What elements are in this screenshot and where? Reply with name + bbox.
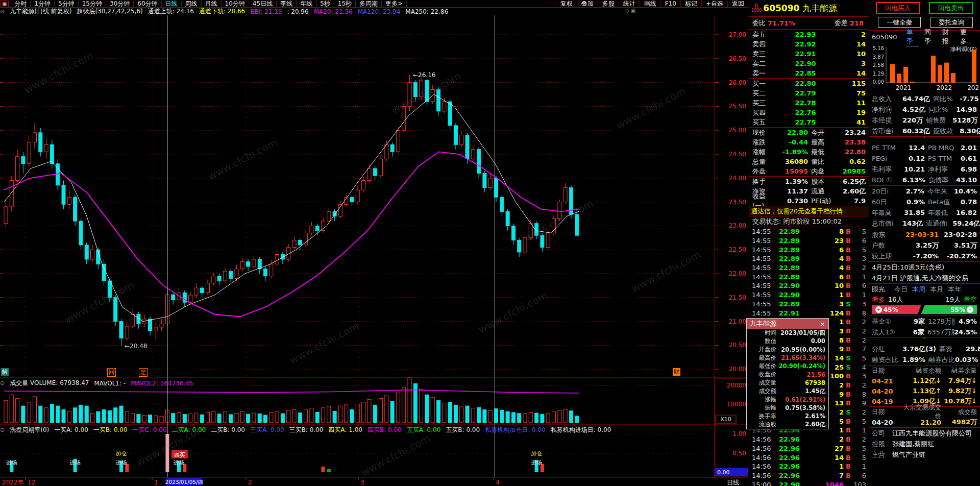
period-menu-item[interactable]: 60分钟 xyxy=(134,1,161,7)
period-menu-item[interactable]: 多周期 xyxy=(356,1,382,7)
tick-row[interactable]: 14:5522.91124B8 xyxy=(749,308,869,318)
toolbar-button[interactable]: 返回 xyxy=(727,1,748,7)
period-menu-item[interactable]: 30分钟 xyxy=(106,1,134,7)
indicator-value: 二买A: 0.00 xyxy=(172,426,206,434)
popup-row: 数值0.00 xyxy=(747,337,828,345)
toolbar-button[interactable]: 统计 xyxy=(619,1,640,7)
bid-row[interactable]: 买三22.7811 xyxy=(749,98,869,108)
bid-row[interactable]: 买一22.80115 xyxy=(749,79,869,88)
sentiment-bar[interactable]: +45% 55%- xyxy=(872,305,977,314)
collapse-icon[interactable]: ⊙ xyxy=(0,427,5,433)
bid-levels[interactable]: 买一22.80115买二22.7975买三22.7811买四22.7619买五2… xyxy=(749,78,869,127)
eye-tab[interactable]: 本年 xyxy=(948,285,961,294)
eye-tab[interactable]: 今日 xyxy=(894,285,908,294)
tick-row[interactable]: 14:5622.9614B5 xyxy=(749,453,869,462)
toolbar-button[interactable]: 多股 xyxy=(598,1,619,7)
flash-buy-button[interactable]: 闪电买入 xyxy=(876,2,920,14)
period-menu-item[interactable]: 45日线 xyxy=(249,1,277,7)
ask-levels[interactable]: 卖五22.932卖四22.9214卖三22.9110卖二22.903卖一22.8… xyxy=(749,30,869,78)
ad-banner[interactable]: 通达信，仅需20元查看千档行情 xyxy=(749,206,869,216)
tick-row[interactable]: 14:5522.9010B6 xyxy=(749,281,869,290)
ask-row[interactable]: 卖一22.8514 xyxy=(749,68,869,78)
tick-row[interactable]: 14:5522.898B5 xyxy=(749,227,869,236)
window-icon[interactable]: ▣ xyxy=(0,1,9,7)
period-menu-item[interactable]: 1分钟 xyxy=(31,1,55,7)
period-menu-item[interactable]: 更多> xyxy=(382,1,407,7)
stat-row: 净利润4.52亿同比%14.98 xyxy=(869,104,980,115)
toolbar-button[interactable]: F10 xyxy=(660,1,680,7)
svg-text:0.00: 0.00 xyxy=(717,469,730,476)
company-row: 主营燃气产业链 xyxy=(869,449,980,460)
period-menu-item[interactable]: 5分钟 xyxy=(55,1,79,7)
collapse-icon[interactable]: ⊙ xyxy=(0,8,5,15)
close-icon[interactable]: × xyxy=(820,320,825,328)
toolbar-button[interactable]: +自选 xyxy=(701,1,727,7)
period-menu-item[interactable]: 5秒 xyxy=(316,1,334,7)
tick-row[interactable]: 14:5522.901B1 xyxy=(749,290,869,300)
ask-row[interactable]: 卖四22.9214 xyxy=(749,39,869,49)
toolbar-button[interactable]: 复权 xyxy=(556,1,577,7)
tick-row[interactable]: 14:5622.961B1 xyxy=(749,462,869,471)
news-item[interactable]: 4月21日 沪股通,无大净额的交易 xyxy=(869,273,980,283)
tick-row[interactable]: 14:5522.893S3 xyxy=(749,300,869,309)
svg-text:3.87: 3.87 xyxy=(873,54,884,60)
stat-row: 货币金i60.32亿应收款8.30亿 xyxy=(869,126,980,136)
popup-row: 成交量67938 xyxy=(747,379,828,387)
indicator-value: 成交量 VOLUME: 67938.47 xyxy=(10,379,89,387)
ask-row[interactable]: 卖三22.9110 xyxy=(749,49,869,59)
tick-row[interactable]: 14:5522.8923B6 xyxy=(749,236,869,246)
period-menu-item[interactable]: 年线 xyxy=(297,1,316,7)
period-menu-item[interactable]: 季线 xyxy=(277,1,297,7)
sentiment-tabs[interactable]: 眼光 今日本周本月本年 xyxy=(869,284,980,295)
indicator-value: 九丰能源(日线 前复权) xyxy=(10,7,71,16)
chart-corner-icon[interactable]: 定 xyxy=(139,368,148,377)
toolbar-button[interactable]: 画线 xyxy=(640,1,660,7)
chart-corner-icon[interactable]: 回 xyxy=(107,368,116,377)
svg-text:27.00: 27.00 xyxy=(729,31,746,38)
flash-sell-button[interactable]: 闪电卖出 xyxy=(929,2,973,14)
volume-title-line: ⊙成交量 VOLUME: 67938.47MAVOL1: -MAVOL2: 16… xyxy=(0,379,193,387)
news-item[interactable]: 4月25日:10派3元(含税) xyxy=(869,262,980,273)
tick-row[interactable]: 14:5522.894B2 xyxy=(749,263,869,273)
tick-row[interactable]: 14:5622.9627B5 xyxy=(749,444,869,453)
chart-corner-icon[interactable]: 解 xyxy=(1,368,9,376)
bid-row[interactable]: 买四22.7619 xyxy=(749,108,869,117)
main-chart[interactable]: 27.0026.5026.0025.5025.0024.5024.0023.50… xyxy=(0,0,748,486)
order-query-button[interactable]: 委托查询 xyxy=(930,17,973,28)
popup-titlebar[interactable]: 九丰能源 × xyxy=(747,319,828,329)
fin-code-label: 605090 xyxy=(872,33,897,41)
expand-chevron-icon[interactable]: ˅ xyxy=(869,338,980,344)
svg-text:进场: 进场 xyxy=(6,459,17,466)
holder-row: 户数3.25万3.51万 xyxy=(869,240,980,251)
toolbar-button[interactable]: 标记 xyxy=(680,1,701,7)
chart-corner-icon[interactable]: 财 xyxy=(673,368,680,376)
tick-row[interactable]: 14:5522.896B5 xyxy=(749,245,869,254)
tick-row[interactable]: 14:5522.894B3 xyxy=(749,254,869,263)
period-menu-item[interactable]: 周线 xyxy=(182,1,202,7)
period-menu-item[interactable]: 分时 xyxy=(11,1,31,7)
period-menu-item[interactable]: 15秒 xyxy=(334,1,356,7)
indicator-value: 四买B: 0.00 xyxy=(368,426,402,434)
period-menu-item[interactable]: 10分钟 xyxy=(222,1,249,7)
period-menu-item[interactable]: 日线 xyxy=(162,1,182,7)
ask-row[interactable]: 卖二22.903 xyxy=(749,59,869,68)
cancel-all-button[interactable]: 一键全撤 xyxy=(878,17,921,28)
period-menu-item[interactable]: 月线 xyxy=(202,1,222,7)
eye-tab[interactable]: 本月 xyxy=(930,285,943,294)
margin-row: 04-211.12亿↓7.94万↓ xyxy=(869,376,980,386)
expand-chevron-icon[interactable]: ˅ xyxy=(869,137,980,142)
tick-row[interactable]: 14:5522.896B1 xyxy=(749,272,869,281)
eye-tab[interactable]: 本周 xyxy=(912,285,925,294)
toolbar-button[interactable]: 叠加 xyxy=(577,1,598,7)
tick-row[interactable]: 15:0022.901046103 xyxy=(749,480,869,486)
collapse-icon[interactable]: ⊙ xyxy=(0,380,5,386)
bid-row[interactable]: 买二22.7975 xyxy=(749,88,869,98)
ask-row[interactable]: 卖五22.932 xyxy=(749,30,869,39)
indicator-value: 通道上轨: 24.16 xyxy=(148,7,194,16)
news-rows[interactable]: 4月25日:10派3元(含税)4月21日 沪股通,无大净额的交易 xyxy=(869,262,980,284)
tick-row[interactable]: 14:5622.962B2 xyxy=(749,435,869,444)
bid-row[interactable]: 买五22.7541 xyxy=(749,117,869,127)
kline-detail-popup[interactable]: 九丰能源 × 时间2023/01/05/四数值0.00开盘价20.95(0.00… xyxy=(746,318,829,429)
period-menu-item[interactable]: 15分钟 xyxy=(79,1,106,7)
tick-row[interactable]: 14:5622.967B6 xyxy=(749,471,869,480)
